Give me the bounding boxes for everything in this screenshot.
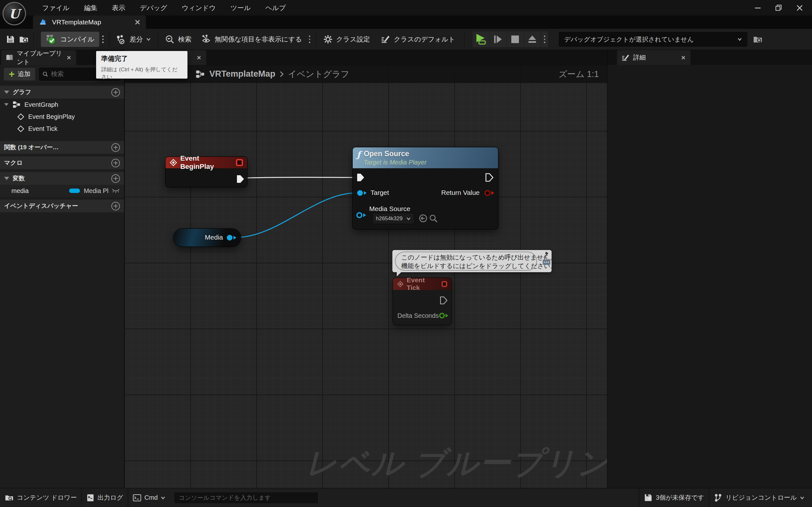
- add-graph-button[interactable]: [111, 88, 120, 97]
- add-variable-button[interactable]: [111, 174, 120, 183]
- tooltip-more-icon[interactable]: [543, 260, 550, 265]
- variable-type-label: Media Pl: [84, 187, 108, 194]
- event-icon: [17, 113, 24, 120]
- section-dispatchers[interactable]: イベントディスパッチャー: [0, 200, 124, 212]
- exec-out-pin[interactable]: [236, 175, 245, 183]
- unsaved-assets-button[interactable]: 3個が未保存です: [639, 488, 709, 507]
- step-forward-icon: [493, 35, 503, 44]
- debug-object-dropdown[interactable]: デバッグオブジェクトが選択されていません: [559, 32, 747, 47]
- menu-window[interactable]: ウィンドウ: [174, 0, 223, 15]
- close-icon[interactable]: [197, 55, 201, 60]
- exec-out-pin[interactable]: [485, 173, 494, 182]
- node-header[interactable]: Event BeginPlay: [165, 157, 247, 168]
- menu-edit[interactable]: 編集: [77, 0, 105, 15]
- tooltip-line-1: このノードは無効になっているため呼び出せません。: [401, 253, 537, 262]
- tree-item-event-beginplay[interactable]: Event BeginPlay: [0, 111, 124, 123]
- node-event-beginplay[interactable]: Event BeginPlay: [165, 157, 247, 187]
- add-macro-button[interactable]: [111, 159, 120, 167]
- variable-row-media[interactable]: media Media Pl: [0, 185, 124, 197]
- class-defaults-button[interactable]: クラスのデフォルト: [376, 32, 459, 47]
- close-window-button[interactable]: [789, 0, 810, 15]
- class-settings-button[interactable]: クラス設定: [319, 32, 374, 47]
- frame-skip-button[interactable]: [490, 32, 507, 47]
- section-functions[interactable]: 関数 (19 オーバー…: [0, 141, 124, 154]
- cmd-dropdown[interactable]: Cmd: [128, 488, 170, 507]
- close-icon[interactable]: [681, 55, 686, 60]
- menu-view[interactable]: 表示: [105, 0, 133, 15]
- section-variables[interactable]: 変数: [0, 172, 124, 185]
- asset-value: h2654k329: [376, 216, 403, 222]
- node-title: Event BeginPlay: [180, 154, 233, 171]
- event-icon: [397, 281, 403, 287]
- breadcrumb-current[interactable]: イベントグラフ: [288, 68, 349, 80]
- class-settings-label: クラス設定: [336, 35, 370, 44]
- node-header[interactable]: ƒ Open Source Target is Media Player: [353, 147, 498, 168]
- exec-out-pin[interactable]: [440, 296, 448, 304]
- delegate-pin[interactable]: [236, 159, 243, 166]
- debug-browse-button[interactable]: [751, 32, 764, 47]
- delegate-pin[interactable]: [442, 281, 447, 287]
- console-command-input[interactable]: [174, 492, 318, 504]
- find-button[interactable]: 検索: [161, 32, 195, 47]
- tab-vrtemplatemap[interactable]: VRTemplateMap: [33, 15, 146, 29]
- browse-asset-icon[interactable]: [429, 214, 438, 223]
- caret-down-icon: [4, 91, 9, 94]
- variable-name: media: [11, 187, 29, 194]
- compile-button[interactable]: コンパイル: [41, 32, 99, 47]
- menu-debug[interactable]: デバッグ: [133, 0, 174, 15]
- delta-seconds-pin[interactable]: [439, 312, 449, 320]
- tree-item-event-tick[interactable]: Event Tick: [0, 123, 124, 135]
- close-icon[interactable]: [67, 55, 71, 60]
- exec-in-pin[interactable]: [357, 173, 365, 182]
- section-macros[interactable]: マクロ: [0, 157, 124, 169]
- unreal-blueprint-editor: ファイル 編集 表示 デバッグ ウィンドウ ツール ヘルプ U VRTempla…: [0, 0, 812, 507]
- eject-button[interactable]: [524, 32, 541, 47]
- node-event-tick[interactable]: Event Tick Delta Seconds: [393, 278, 451, 325]
- eject-icon: [527, 35, 537, 44]
- revision-control-button[interactable]: リビジョンコントロール: [709, 488, 812, 507]
- node-media-getter[interactable]: Media: [173, 229, 241, 246]
- details-tab-label: 詳細: [633, 53, 677, 62]
- menu-help[interactable]: ヘルプ: [258, 0, 293, 15]
- tab-details[interactable]: 詳細: [617, 50, 691, 65]
- media-out-pin[interactable]: [226, 233, 237, 242]
- tab-close-icon[interactable]: [135, 19, 140, 25]
- eye-closed-icon[interactable]: [112, 188, 120, 193]
- tree-item-eventgraph[interactable]: EventGraph: [0, 99, 124, 111]
- section-graphs[interactable]: グラフ: [0, 86, 124, 99]
- output-log-label: 出力ログ: [97, 493, 123, 502]
- play-button[interactable]: [473, 32, 490, 47]
- node-open-source[interactable]: ƒ Open Source Target is Media Player Tar…: [353, 147, 498, 229]
- hide-unrelated-kebab[interactable]: [306, 32, 313, 47]
- content-drawer-button[interactable]: コンテンツ ドロワー: [0, 488, 82, 507]
- menu-file[interactable]: ファイル: [35, 0, 77, 15]
- node-header[interactable]: Event Tick: [393, 278, 451, 290]
- add-dispatcher-button[interactable]: [111, 202, 120, 210]
- minimize-button[interactable]: [747, 0, 768, 15]
- save-button[interactable]: [4, 32, 17, 47]
- add-function-button[interactable]: [111, 143, 120, 152]
- target-pin[interactable]: [357, 189, 367, 197]
- use-selected-asset-icon[interactable]: [419, 214, 427, 223]
- play-options-kebab[interactable]: [541, 32, 548, 47]
- diff-button[interactable]: 差分: [112, 32, 155, 47]
- hide-unrelated-button[interactable]: 無関係な項目を非表示にする: [197, 32, 306, 47]
- pushpin-icon[interactable]: [543, 251, 550, 259]
- graph-canvas[interactable]: VRTemplateMap イベントグラフ ズーム 1:1 Event Begi…: [124, 65, 607, 488]
- menu-tools[interactable]: ツール: [223, 0, 258, 15]
- compile-options-kebab[interactable]: [99, 32, 106, 47]
- restore-button[interactable]: [768, 0, 789, 15]
- content-drawer-label: コンテンツ ドロワー: [17, 493, 77, 502]
- unsaved-floppy-icon: [644, 493, 653, 502]
- media-source-pin[interactable]: [356, 211, 367, 219]
- browse-asset-button[interactable]: [17, 32, 31, 47]
- breadcrumb-root[interactable]: VRTemplateMap: [209, 69, 275, 79]
- tab-my-blueprint[interactable]: マイブループリント: [1, 50, 76, 65]
- return-value-pin[interactable]: [484, 189, 495, 197]
- toolbar-separator: [158, 32, 158, 47]
- media-source-asset-dropdown[interactable]: h2654k329: [372, 213, 414, 224]
- add-button[interactable]: 追加: [4, 68, 35, 80]
- output-log-button[interactable]: 出力ログ: [82, 488, 128, 507]
- plus-icon: [9, 71, 15, 77]
- stop-button[interactable]: [507, 32, 524, 47]
